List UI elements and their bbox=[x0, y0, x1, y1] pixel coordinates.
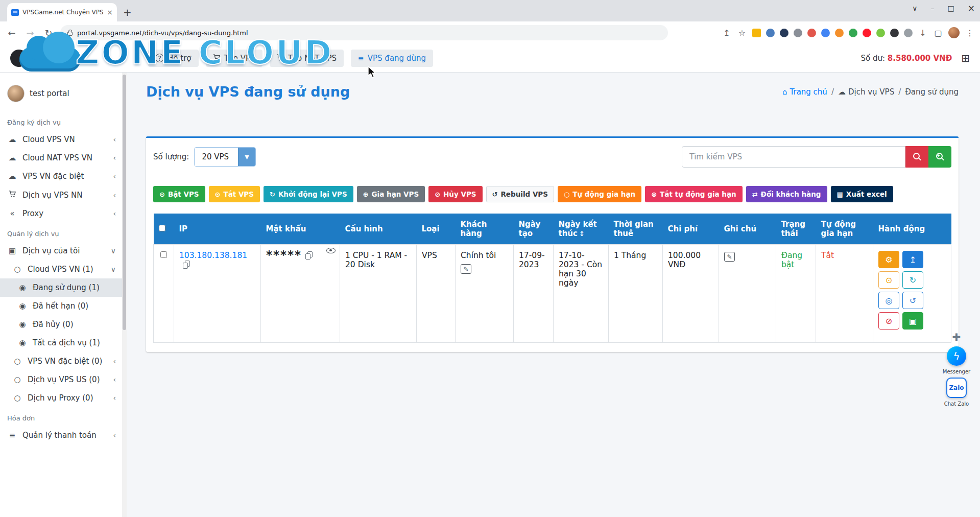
scrollbar-thumb[interactable] bbox=[123, 75, 126, 330]
apps-grid-icon[interactable]: ⊞ bbox=[961, 52, 970, 64]
start-vps-button[interactable]: ⊙Bật VPS bbox=[153, 186, 205, 202]
upload-button[interactable]: ↥ bbox=[902, 251, 923, 268]
edit-customer-icon[interactable]: ✎ bbox=[461, 264, 471, 274]
tab-search-caret-icon[interactable]: ∨ bbox=[912, 4, 917, 12]
snapshot-button[interactable]: ◎ bbox=[878, 292, 899, 309]
sidebar-item-quan-ly-thanh-toan[interactable]: ≡ Quản lý thanh toán ‹ bbox=[0, 426, 122, 444]
row-checkbox[interactable] bbox=[160, 251, 167, 258]
lock-icon[interactable] bbox=[67, 32, 73, 36]
extension-icon[interactable] bbox=[752, 29, 761, 37]
extension-icon[interactable] bbox=[904, 29, 913, 37]
disable-auto-renew-button[interactable]: ⊗Tắt tự động gia hạn bbox=[645, 186, 743, 202]
window-minimize-button[interactable]: – bbox=[931, 4, 935, 12]
ip-link[interactable]: 103.180.138.181 bbox=[179, 251, 247, 260]
sidebar-user[interactable]: test portal bbox=[0, 78, 122, 111]
sidebar-item-cloud-nat-vps-vn[interactable]: ☁ Cloud NAT VPS VN ‹ bbox=[0, 149, 122, 167]
bookmark-star-icon[interactable]: ☆ bbox=[737, 28, 747, 38]
forward-button[interactable]: → bbox=[23, 28, 37, 38]
edit-note-icon[interactable]: ✎ bbox=[724, 252, 735, 262]
copy-icon[interactable] bbox=[305, 251, 312, 259]
sidebar-item-label: VPS VN đặc biệt bbox=[22, 172, 84, 181]
search-button[interactable] bbox=[905, 146, 928, 168]
restart-button[interactable]: ↻ bbox=[902, 271, 923, 289]
brand-text[interactable]: Po bbox=[32, 53, 42, 63]
sidebar-item-cloud-vps-vn[interactable]: ☁ Cloud VPS VN ‹ bbox=[0, 130, 122, 149]
extension-icon[interactable] bbox=[807, 29, 816, 37]
extension-icon[interactable] bbox=[835, 29, 844, 37]
restart-vps-button[interactable]: ↻Khởi động lại VPS bbox=[264, 186, 353, 202]
back-button[interactable]: ← bbox=[5, 28, 18, 38]
nav-item-vps-in-use[interactable]: ≡ VPS đang dùng bbox=[351, 50, 433, 67]
sidebar-item-cloud-vps-vn-1[interactable]: ○ Cloud VPS VN (1) ∨ bbox=[0, 260, 122, 278]
auto-renew-button[interactable]: ○Tự động gia hạn bbox=[558, 186, 641, 202]
share-icon[interactable]: ↥ bbox=[722, 28, 732, 38]
sidebar-item-da-huy[interactable]: ◉ Đã hủy (0) bbox=[0, 315, 122, 334]
nav-item-support[interactable]: ? Hỗ trợ bbox=[148, 50, 198, 67]
auto-renew-badge: Tắt bbox=[821, 251, 834, 260]
extension-icon[interactable] bbox=[780, 29, 788, 37]
side-panel-icon[interactable]: ▢ bbox=[933, 28, 943, 38]
stop-vps-button[interactable]: ⊙Tắt VPS bbox=[209, 186, 260, 202]
sidebar-item-da-het-han[interactable]: ◉ Đã hết hạn (0) bbox=[0, 297, 122, 315]
brand-logo[interactable] bbox=[10, 50, 28, 67]
circle-icon: ○ bbox=[12, 265, 22, 274]
eye-icon[interactable] bbox=[326, 248, 336, 253]
copy-icon[interactable] bbox=[183, 261, 189, 268]
breadcrumb-mid[interactable]: ☁ Dịch vụ VPS bbox=[838, 87, 894, 97]
select-all-checkbox[interactable] bbox=[159, 225, 165, 231]
home-icon: ⌂ bbox=[782, 87, 787, 97]
history-button[interactable]: ↺ bbox=[902, 292, 923, 309]
extension-icon[interactable] bbox=[863, 29, 871, 37]
breadcrumb-home[interactable]: ⌂ Trang chủ bbox=[782, 87, 827, 97]
sidebar-item-dang-su-dung[interactable]: ◉ Đang sử dụng (1) bbox=[0, 278, 122, 297]
zalo-button[interactable]: Zalo bbox=[946, 378, 967, 398]
console-button[interactable]: ▣ bbox=[902, 312, 923, 330]
sidebar-item-proxy[interactable]: « Proxy ‹ bbox=[0, 204, 122, 223]
extension-icon[interactable] bbox=[794, 29, 802, 37]
nav-item-create-vps[interactable]: Tạo VPS bbox=[206, 50, 262, 67]
sidebar-item-vps-vn-dac-biet[interactable]: ☁ VPS VN đặc biệt ‹ bbox=[0, 167, 122, 185]
col-end-date[interactable]: Ngày kết thúc↕ bbox=[554, 214, 609, 245]
sidebar-item-dich-vu-proxy-0[interactable]: ○ Dịch vụ Proxy (0) ‹ bbox=[0, 389, 122, 407]
cancel-vps-button[interactable]: ⊘Hủy VPS bbox=[428, 186, 482, 202]
sidebar-scrollbar[interactable] bbox=[122, 73, 127, 517]
extension-icon[interactable] bbox=[876, 29, 885, 37]
export-excel-button[interactable]: ▤Xuất excel bbox=[831, 186, 893, 202]
move-icon[interactable]: ✚ bbox=[952, 331, 961, 343]
browser-tab[interactable]: VPSGame.net Chuyên VPS Treo C × bbox=[7, 3, 117, 21]
browser-menu-icon[interactable]: ⋮ bbox=[965, 28, 975, 38]
url-text[interactable]: portal.vpsgame.net/dich-vu/vps/dang-su-d… bbox=[77, 29, 248, 37]
sidebar-item-dich-vu-vps-nn[interactable]: Dịch vụ VPS NN ‹ bbox=[0, 185, 122, 204]
search-input[interactable] bbox=[682, 146, 905, 168]
new-tab-button[interactable]: + bbox=[123, 6, 132, 18]
extension-icon[interactable] bbox=[821, 29, 830, 37]
nav-item-create-nat-vps[interactable]: Tạo NAT VPS bbox=[270, 50, 344, 67]
browser-profile-avatar[interactable] bbox=[948, 27, 960, 38]
extension-icon[interactable] bbox=[849, 29, 857, 37]
cancel-button[interactable]: ⊘ bbox=[878, 312, 899, 330]
dot-circle-icon: ◉ bbox=[17, 338, 28, 347]
reload-button[interactable]: ↻ bbox=[42, 28, 55, 38]
download-icon[interactable]: ↓ bbox=[918, 28, 928, 38]
sidebar-item-my-services[interactable]: ▣ Dịch vụ của tôi ∨ bbox=[0, 242, 122, 260]
change-customer-button[interactable]: ⇄Đổi khách hàng bbox=[746, 186, 827, 202]
messenger-button[interactable]: ϟ bbox=[947, 346, 966, 366]
dropdown-caret-icon[interactable]: ▼ bbox=[238, 148, 255, 166]
quantity-select[interactable]: 20 VPS ▼ bbox=[194, 147, 256, 167]
extension-icon[interactable] bbox=[890, 29, 899, 37]
settings-button[interactable]: ⚙ bbox=[878, 251, 899, 268]
button-label: Hủy VPS bbox=[443, 190, 476, 198]
renew-vps-button[interactable]: ⊕Gia hạn VPS bbox=[357, 186, 425, 202]
sidebar-item-dich-vu-vps-us-0[interactable]: ○ Dịch vụ VPS US (0) ‹ bbox=[0, 370, 122, 389]
window-close-button[interactable]: × bbox=[968, 3, 975, 13]
window-maximize-button[interactable]: □ bbox=[948, 4, 954, 12]
tab-close-icon[interactable]: × bbox=[107, 8, 113, 16]
sort-icon[interactable]: ↕ bbox=[579, 230, 585, 238]
sidebar-item-vps-vn-dac-biet-0[interactable]: ○ VPS VN đặc biệt (0) ‹ bbox=[0, 352, 122, 370]
power-off-button[interactable]: ⊙ bbox=[878, 271, 899, 289]
url-bar[interactable]: portal.vpsgame.net/dich-vu/vps/dang-su-d… bbox=[60, 25, 668, 40]
sidebar-item-tat-ca-dich-vu[interactable]: ◉ Tất cả dịch vụ (1) bbox=[0, 334, 122, 352]
search-plus-button[interactable]: + bbox=[928, 146, 951, 168]
extension-icon[interactable] bbox=[766, 29, 775, 37]
rebuild-vps-button[interactable]: ↺Rebuild VPS bbox=[486, 186, 554, 202]
